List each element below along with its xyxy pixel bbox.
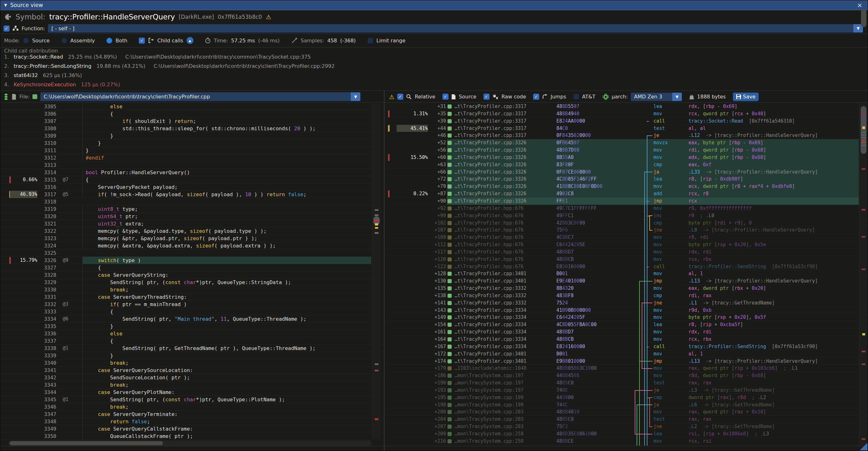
source-line[interactable]: 3305 else: [0, 103, 384, 110]
source-line[interactable]: 3314bool Profiler::HandleServerQuery(): [0, 169, 384, 176]
source-line[interactable]: 3330 break;: [0, 286, 384, 293]
radio-source[interactable]: [23, 38, 29, 43]
collapse-up-button[interactable]: ▲: [187, 37, 193, 44]
asm-row[interactable]: +167…t\TracyProfiler.cpp:3334E824160000←…: [387, 343, 868, 350]
asm-row[interactable]: +204…mon\TracySystem.cpp:2034885C0testra…: [387, 416, 868, 423]
source-line[interactable]: 3328 case ServerQueryString:: [0, 271, 384, 279]
radio-both[interactable]: [106, 38, 112, 43]
source-line[interactable]: 46.93%3317@5 if( !m_sock->Read( &payload…: [0, 191, 384, 198]
asm-row[interactable]: +195…mon\TracySystem.cpp:199443900→cmpdw…: [387, 394, 868, 401]
collapse-icon[interactable]: ▼: [4, 3, 7, 7]
asm-row[interactable]: +143…t\TracyProfiler.cpp:333441B90B00000…: [387, 307, 868, 314]
function-checkbox[interactable]: ✓: [3, 26, 9, 32]
asm-row[interactable]: +117…t\TracyProfiler.hpp:676488BD7movrdx…: [387, 248, 868, 256]
radio-assembly[interactable]: [61, 38, 67, 43]
save-button[interactable]: Save: [733, 92, 759, 101]
radio-assembly-label[interactable]: Assembly: [70, 38, 95, 43]
asm-row[interactable]: +46…t\TracyProfiler.cpp:33170F8435020000…: [387, 132, 868, 139]
raw-code-checkbox[interactable]: ✓: [484, 94, 490, 100]
distribution-scrollbar[interactable]: [861, 9, 866, 27]
asm-row[interactable]: 1.31%+35…t\TracyProfiler.cpp:3317488B494…: [387, 110, 868, 118]
asm-row[interactable]: +135…t\TracyProfiler.cpp:33328B4320movea…: [387, 285, 868, 292]
source-line[interactable]: 3349 case ServerQueryCallstackFrame:: [0, 425, 384, 432]
asm-row[interactable]: +31…t\TracyProfiler.cpp:3317488D5597lear…: [387, 103, 868, 110]
title-bar[interactable]: ▼ Source view ×: [0, 0, 868, 10]
jumps-checkbox[interactable]: ✓: [533, 94, 539, 100]
distribution-item[interactable]: 2.tracy::Profiler::SendLongString19.88 m…: [4, 63, 868, 72]
distribution-item[interactable]: 3.stat64i32625 μs (1.36%): [4, 72, 868, 82]
distribution-item[interactable]: 4.KeSynchronizeExecution125 μs (0.27%): [4, 82, 868, 90]
source-line[interactable]: 0.66%3315@7{: [0, 176, 384, 183]
uarch-select[interactable]: AMD Zen 3 ▼: [630, 92, 682, 101]
source-line[interactable]: 3348 return false;: [0, 418, 384, 425]
close-icon[interactable]: ×: [856, 1, 864, 9]
asm-row[interactable]: +209…mon\TracySystem.cpp:258488D35E88610…: [387, 430, 868, 438]
relative-checkbox[interactable]: ✓: [397, 94, 403, 100]
scrollbar-thumb[interactable]: [9, 441, 163, 445]
asm-row[interactable]: +174…t\TracyProfiler.cpp:3401E9B8010000j…: [387, 358, 868, 365]
asm-row[interactable]: +79…t\TracyProfiler.cpp:3326418B8C80E0BF…: [387, 183, 868, 190]
source-line[interactable]: 3313: [0, 161, 384, 169]
asm-row[interactable]: 45.41%+44…t\TracyProfiler.cpp:331784C0te…: [387, 125, 868, 132]
source-line[interactable]: 3316 ServerQueryPacket payload;: [0, 183, 384, 191]
asm-row[interactable]: +198…mon\TracySystem.cpp:199744Cje.L6 ->…: [387, 401, 868, 409]
source-line[interactable]: 3312#endif: [0, 154, 384, 161]
asm-row[interactable]: +63…t\TracyProfiler.cpp:332683F80Fcmpeax…: [387, 161, 868, 169]
child-calls-checkbox[interactable]: ✓: [139, 38, 145, 43]
asm-row[interactable]: +207…mon\TracySystem.cpp:20375F2jne.L2 -…: [387, 423, 868, 430]
att-label[interactable]: AT&T: [582, 94, 595, 100]
source-horizontal-scrollbar[interactable]: [9, 441, 371, 446]
radio-source-label[interactable]: Source: [32, 38, 50, 43]
source-line[interactable]: 3307 if( shouldExit ) return;: [0, 118, 384, 125]
asm-row[interactable]: +120…t\TracyProfiler.hpp:676488BCBmovrcx…: [387, 256, 868, 263]
source-line[interactable]: 3308 std::this_thread::sleep_for( std::c…: [0, 125, 384, 132]
relative-label[interactable]: Relative: [415, 94, 435, 100]
asm-row[interactable]: +99…t\TracyProfiler.hpp:67649FFC1→incr9 …: [387, 212, 868, 219]
source-line[interactable]: 3339 }: [0, 352, 384, 359]
source-line[interactable]: 3340 break;: [0, 359, 384, 367]
asm-row[interactable]: 15.50%+60…t\TracyProfiler.cpp:33268B55A0…: [387, 154, 868, 161]
asm-row[interactable]: 0.22%+87…t\TracyProfiler.cpp:33264903C8a…: [387, 190, 868, 198]
source-line[interactable]: 3321 uint32_t extra;: [0, 220, 384, 228]
pane-divider[interactable]: [384, 90, 384, 451]
raw-code-label[interactable]: Raw code: [502, 94, 526, 100]
child-calls-label[interactable]: Child calls: [157, 38, 183, 43]
chevron-down-icon[interactable]: ▼: [351, 92, 360, 101]
source-line[interactable]: 3311}: [0, 147, 384, 154]
asm-row[interactable]: +130…t\TracyProfiler.cpp:3401E9E4010000j…: [387, 277, 868, 285]
asm-row[interactable]: +52…t\TracyProfiler.cpp:33260FB64597movz…: [387, 139, 868, 147]
source-line[interactable]: 3334@6 SendString( ptr, "Main thread", 1…: [0, 315, 384, 323]
source-line[interactable]: 3306 {: [0, 110, 384, 118]
asm-row[interactable]: +179…1103\include\atomic:1048488B05B63C1…: [387, 365, 868, 372]
asm-row[interactable]: +193…mon\TracySystem.cpp:197740Eje.L3 ->…: [387, 387, 868, 394]
limit-range-label[interactable]: Limit range: [376, 38, 405, 43]
asm-row[interactable]: +164…t\TracyProfiler.cpp:3334488BCBmovrc…: [387, 336, 868, 343]
asm-row[interactable]: +154…t\TracyProfiler.cpp:33344C8D055FBA0…: [387, 321, 868, 328]
source-vertical-scrollbar[interactable]: [372, 103, 381, 439]
source-line[interactable]: 3347 case ServerQueryTerminate:: [0, 411, 384, 418]
asm-row[interactable]: +66…t\TracyProfiler.cpp:33260F87CE060000…: [387, 169, 868, 176]
asm-row[interactable]: +141…t\TracyProfiler.cpp:33327524jne.L1 …: [387, 299, 868, 307]
asm-row[interactable]: +109…t\TracyProfiler.hpp:6764C8BC7movr8,…: [387, 234, 868, 241]
asm-row[interactable]: +149…t\TracyProfiler.cpp:3334C64424205Fm…: [387, 314, 868, 321]
file-select[interactable]: C:\Users\wolf\Desktop\darkrl\contrib\tra…: [40, 92, 361, 101]
source-line[interactable]: 3333 {: [0, 308, 384, 315]
att-checkbox[interactable]: ✓: [573, 94, 579, 100]
source-line[interactable]: 3341 case ServerQuerySourceLocation:: [0, 367, 384, 374]
asm-row[interactable]: +161…t\TracyProfiler.cpp:3334488BD7movrd…: [387, 328, 868, 336]
asm-row[interactable]: +200…mon\TracySystem.cpp:203488B4010movr…: [387, 408, 868, 416]
source-line[interactable]: 3309 }: [0, 132, 384, 140]
source-line[interactable]: 3342 SendSourceLocation( ptr );: [0, 374, 384, 381]
assembly-vertical-scrollbar[interactable]: [859, 103, 868, 446]
source-line[interactable]: 3323 memcpy( &ptr, &payload.ptr, sizeof(…: [0, 235, 384, 242]
asm-row[interactable]: +39…t\TracyProfiler.cpp:3317E824AA0000←c…: [387, 118, 868, 125]
source-line[interactable]: 3327 {: [0, 264, 384, 271]
asm-row[interactable]: +138…t\TracyProfiler.cpp:3332483BF8cmprd…: [387, 292, 868, 299]
source-line[interactable]: 3331 case ServerQueryThreadString:: [0, 293, 384, 301]
source-line[interactable]: 3320 uint64_t ptr;: [0, 213, 384, 220]
source-line[interactable]: 3350 QueueCallstackFrame( ptr );: [0, 432, 384, 440]
source-line[interactable]: 3336 else: [0, 330, 384, 337]
jumps-label[interactable]: Jumps: [551, 94, 566, 100]
source-line[interactable]: 3335 }: [0, 323, 384, 330]
source-line[interactable]: 3319 uint8_t type;: [0, 205, 384, 213]
